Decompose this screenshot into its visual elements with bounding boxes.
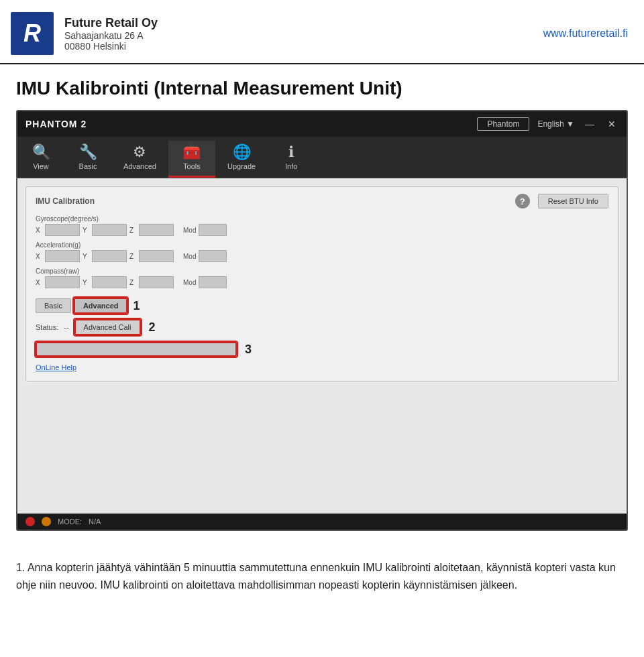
header-left: R Future Retail Oy Sahaajankatu 26 A 008… [11,12,158,55]
compass-row: X Y Z Mod [36,276,608,288]
company-address-line2: 00880 Helsinki [64,41,158,52]
toolbar-tools-label: Tools [183,162,201,170]
company-logo: R [11,12,54,55]
mode-label: MODE: [58,518,82,526]
gyro-x-input[interactable] [45,224,80,236]
compass-y-input[interactable] [92,276,127,288]
tab-basic[interactable]: Basic [36,298,71,313]
status-label: Status: [36,323,58,331]
compass-x-label: X [36,279,42,286]
toolbar-info-label: Info [285,162,297,170]
advanced-icon: ⚙ [133,145,146,160]
status-dot-red [25,517,35,526]
gyroscope-label: Gyroscope(degree/s) [36,215,608,223]
compass-z-label: Z [129,279,136,286]
tools-icon: 🧰 [182,145,201,160]
advanced-calibration-button[interactable]: Advanced Cali [74,319,141,335]
toolbar-tools[interactable]: 🧰 Tools [168,141,215,178]
gyro-y-label: Y [83,227,89,234]
accel-mod-input[interactable] [199,250,227,262]
accel-z-input[interactable] [139,250,174,262]
status-bar: MODE: N/A [17,514,627,530]
tab-advanced[interactable]: Advanced [74,298,128,314]
toolbar: 🔍 View 🔧 Basic ⚙ Advanced 🧰 Tools 🌐 Upgr… [17,137,627,178]
accel-x-label: X [36,253,42,260]
page-title: IMU Kalibrointi (Internal Measurement Un… [16,78,628,99]
mode-value: N/A [89,518,101,526]
status-dot-orange [42,517,51,526]
reset-btu-button[interactable]: Reset BTU Info [538,194,608,208]
acceleration-group: Acceleration(g) X Y Z Mod [36,241,608,262]
gyro-mod-input[interactable] [199,224,227,236]
gyro-x-label: X [36,227,42,234]
accel-mod-label: Mod [183,253,196,260]
calibration-tabs: Basic Advanced 1 [36,298,608,314]
phantom-button[interactable]: Phantom [477,117,529,131]
title-bar: PHANTOM 2 Phantom English ▼ — ✕ [17,111,627,137]
toolbar-upgrade-label: Upgrade [227,162,256,170]
toolbar-basic-label: Basic [79,162,97,170]
minimize-button[interactable]: — [582,119,597,129]
main-content: IMU Calibration ? Reset BTU Info Gyrosco… [17,178,627,514]
step3-annotation: 3 [245,343,252,357]
app-window: PHANTOM 2 Phantom English ▼ — ✕ 🔍 View 🔧… [16,110,628,531]
compass-mod-label: Mod [183,279,196,286]
company-info: Future Retail Oy Sahaajankatu 26 A 00880… [64,16,158,52]
view-icon: 🔍 [32,145,50,160]
compass-group: Compass(raw) X Y Z Mod [36,267,608,288]
toolbar-advanced[interactable]: ⚙ Advanced [111,141,168,178]
upgrade-icon: 🌐 [233,145,251,160]
step1-annotation: 1 [133,299,140,313]
gyro-z-input[interactable] [139,224,174,236]
language-button[interactable]: English ▼ [537,119,574,129]
compass-x-input[interactable] [45,276,80,288]
progress-area: 3 [36,342,608,357]
gyro-y-input[interactable] [92,224,127,236]
accel-x-input[interactable] [45,250,80,262]
body-text-section: 1. Anna kopterin jäähtyä vähintään 5 min… [0,547,644,609]
toolbar-view-label: View [33,162,49,170]
page-title-section: IMU Kalibrointi (Internal Measurement Un… [0,64,644,110]
imu-calibration-section: IMU Calibration ? Reset BTU Info Gyrosco… [25,186,619,381]
close-button[interactable]: ✕ [605,119,619,129]
acceleration-row: X Y Z Mod [36,250,608,262]
toolbar-advanced-label: Advanced [123,162,156,170]
basic-icon: 🔧 [79,145,97,160]
logo-letter: R [23,19,41,48]
imu-section-header: IMU Calibration ? Reset BTU Info [36,194,608,208]
title-bar-left: PHANTOM 2 [25,119,87,129]
help-button[interactable]: ? [515,194,530,208]
compass-z-input[interactable] [139,276,174,288]
title-bar-right: Phantom English ▼ — ✕ [477,117,619,131]
company-address-line1: Sahaajankatu 26 A [64,30,158,41]
compass-label: Compass(raw) [36,267,608,275]
section-right: ? Reset BTU Info [515,194,608,208]
acceleration-label: Acceleration(g) [36,241,608,249]
gyroscope-group: Gyroscope(degree/s) X Y Z Mod [36,215,608,236]
gyro-z-label: Z [129,227,136,234]
toolbar-info[interactable]: ℹ Info [268,141,315,178]
gyro-mod-label: Mod [183,227,196,234]
app-title: PHANTOM 2 [25,119,87,129]
info-icon: ℹ [288,145,294,160]
compass-mod-input[interactable] [199,276,227,288]
imu-section-title: IMU Calibration [36,196,95,206]
gyroscope-row: X Y Z Mod [36,224,608,236]
compass-y-label: Y [83,279,89,286]
website-link[interactable]: www.futureretail.fi [543,27,628,40]
online-help-link[interactable]: OnLine Help [36,363,608,371]
status-value: -- [64,323,68,331]
progress-bar [36,342,237,357]
toolbar-upgrade[interactable]: 🌐 Upgrade [215,141,268,178]
status-row: Status: -- Advanced Cali 2 [36,319,608,335]
company-name: Future Retail Oy [64,16,158,30]
accel-z-label: Z [129,253,136,260]
toolbar-basic[interactable]: 🔧 Basic [64,141,111,178]
accel-y-label: Y [83,253,89,260]
step2-annotation: 2 [149,320,156,335]
page-header: R Future Retail Oy Sahaajankatu 26 A 008… [0,0,644,64]
body-paragraph: 1. Anna kopterin jäähtyä vähintään 5 min… [16,559,628,593]
toolbar-view[interactable]: 🔍 View [17,141,64,178]
accel-y-input[interactable] [92,250,127,262]
